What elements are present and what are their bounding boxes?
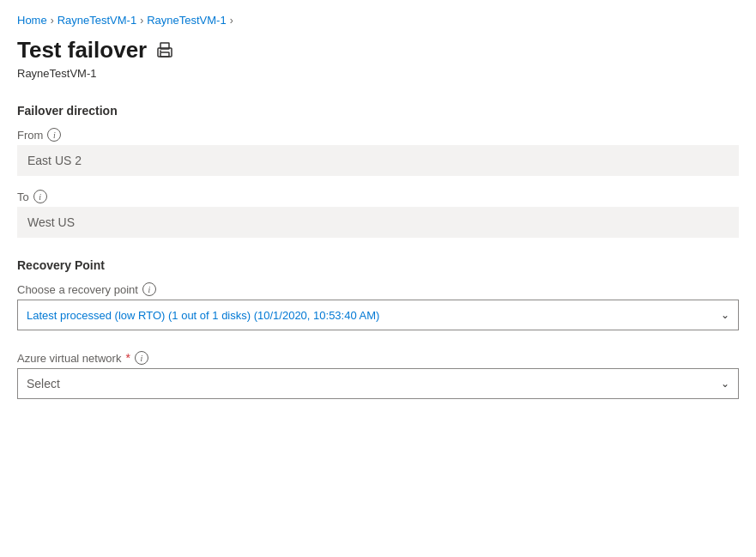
choose-recovery-label-text: Choose a recovery point (17, 283, 138, 296)
page-title: Test failover (17, 37, 147, 64)
recovery-point-info-icon[interactable]: i (142, 282, 156, 296)
recovery-point-heading: Recovery Point (17, 258, 739, 272)
recovery-point-dropdown[interactable]: Latest processed (low RTO) (1 out of 1 d… (17, 300, 739, 330)
svg-rect-2 (160, 52, 169, 57)
recovery-point-chevron-icon: ⌄ (721, 309, 729, 321)
breadcrumb-sep-1: › (51, 15, 54, 27)
svg-point-3 (160, 50, 161, 51)
from-label-text: From (17, 129, 43, 142)
to-field-group: To i West US (17, 190, 739, 238)
to-info-icon[interactable]: i (33, 190, 47, 203)
breadcrumb-sep-2: › (140, 15, 143, 27)
azure-network-field-group: Azure virtual network * i Select ⌄ (17, 351, 739, 399)
breadcrumb-home[interactable]: Home (17, 14, 47, 27)
to-value-field: West US (17, 207, 739, 238)
from-field-group: From i East US 2 (17, 128, 739, 176)
failover-direction-heading: Failover direction (17, 104, 739, 118)
azure-network-dropdown[interactable]: Select ⌄ (17, 368, 739, 399)
to-label-text: To (17, 191, 29, 203)
recovery-point-section: Recovery Point Choose a recovery point i… (17, 258, 739, 330)
to-label: To i (17, 190, 739, 203)
azure-network-label-text: Azure virtual network (17, 352, 121, 365)
required-star: * (125, 351, 130, 365)
recovery-point-dropdown-value: Latest processed (low RTO) (1 out of 1 d… (27, 309, 379, 322)
print-icon[interactable] (155, 42, 174, 59)
page-title-area: Test failover (17, 37, 739, 64)
choose-recovery-label: Choose a recovery point i (17, 282, 739, 296)
azure-network-label: Azure virtual network * i (17, 351, 739, 365)
page-subtitle: RayneTestVM-1 (17, 67, 739, 80)
breadcrumb-vm2[interactable]: RayneTestVM-1 (147, 14, 226, 27)
azure-network-section: Azure virtual network * i Select ⌄ (17, 351, 739, 399)
breadcrumb: Home › RayneTestVM-1 › RayneTestVM-1 › (17, 14, 739, 27)
from-label: From i (17, 128, 739, 142)
recovery-point-field-group: Choose a recovery point i Latest process… (17, 282, 739, 330)
from-info-icon[interactable]: i (47, 128, 61, 142)
breadcrumb-vm1[interactable]: RayneTestVM-1 (57, 14, 136, 27)
from-value-field: East US 2 (17, 145, 739, 176)
azure-network-dropdown-placeholder: Select (27, 377, 60, 391)
failover-direction-section: Failover direction From i East US 2 To i… (17, 104, 739, 238)
breadcrumb-sep-3: › (230, 15, 233, 27)
azure-network-chevron-icon: ⌄ (721, 378, 729, 390)
azure-network-info-icon[interactable]: i (135, 351, 148, 365)
page-container: Home › RayneTestVM-1 › RayneTestVM-1 › T… (0, 0, 756, 557)
